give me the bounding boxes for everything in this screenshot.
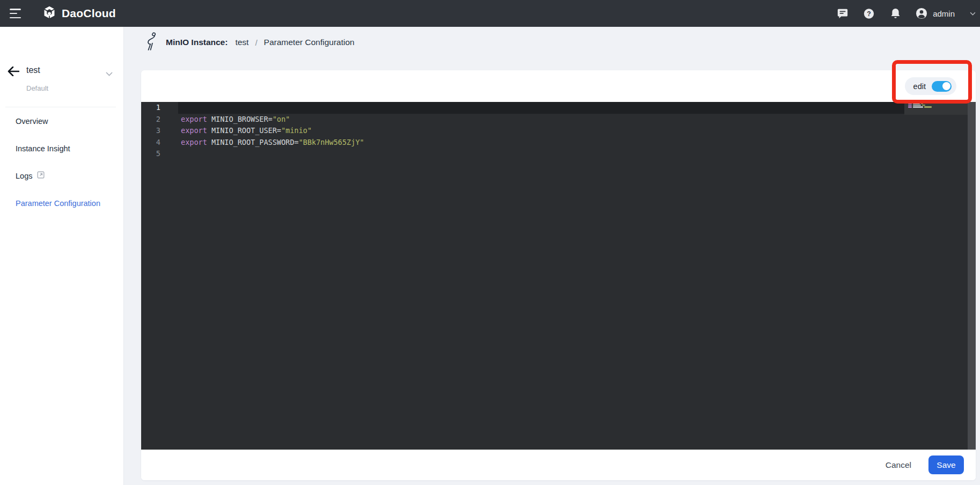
line-number: 1 <box>141 102 178 114</box>
instance-chevron-down-icon[interactable] <box>106 69 113 78</box>
sidebar: test Default Overview Instance Insight L… <box>0 27 124 485</box>
editor-minimap[interactable] <box>908 103 932 108</box>
save-button[interactable]: Save <box>928 455 964 474</box>
code-line[interactable]: export MINIO_BROWSER="on" <box>178 114 968 126</box>
sidebar-item-parameter-configuration[interactable]: Parameter Configuration <box>0 189 123 217</box>
minio-logo-icon <box>145 32 156 53</box>
sidebar-item-instance-insight[interactable]: Instance Insight <box>0 135 123 162</box>
svg-text:?: ? <box>867 10 871 17</box>
user-menu[interactable]: admin <box>916 8 955 19</box>
parameter-config-card: edit 12345 export MINIO_BROWSER="on"expo… <box>141 70 976 480</box>
code-line[interactable] <box>178 102 968 114</box>
breadcrumb-prefix: MinIO Instance: <box>166 38 228 47</box>
line-number: 3 <box>141 125 178 137</box>
menu-icon[interactable] <box>10 9 23 18</box>
chevron-down-icon[interactable] <box>969 8 976 19</box>
sidebar-item-label: Instance Insight <box>16 144 70 153</box>
brand: DaoCloud <box>42 5 116 22</box>
daocloud-logo-icon <box>42 5 57 22</box>
line-number: 2 <box>141 114 178 126</box>
help-icon[interactable]: ? <box>863 8 875 19</box>
notifications-icon[interactable] <box>889 8 901 19</box>
code-line[interactable]: export MINIO_ROOT_USER="minio" <box>178 125 968 137</box>
message-icon[interactable] <box>837 8 849 19</box>
external-link-icon <box>37 171 45 180</box>
line-number: 4 <box>141 137 178 149</box>
breadcrumb: MinIO Instance: test / Parameter Configu… <box>145 30 354 55</box>
card-footer: Cancel Save <box>141 450 976 480</box>
avatar-icon <box>916 8 927 19</box>
sidebar-item-label: Parameter Configuration <box>16 199 100 208</box>
line-number: 5 <box>141 148 178 160</box>
breadcrumb-separator: / <box>255 38 257 47</box>
editor-scrollbar[interactable] <box>968 102 976 450</box>
edit-toggle-label: edit <box>913 82 926 91</box>
header-actions: ? admin <box>837 0 976 27</box>
code-line[interactable] <box>178 148 968 160</box>
sidebar-item-logs[interactable]: Logs <box>0 162 123 189</box>
brand-name: DaoCloud <box>62 7 116 20</box>
sidebar-item-label: Overview <box>16 117 48 126</box>
breadcrumb-item-instance[interactable]: test <box>235 38 248 47</box>
edit-toggle-group: edit <box>905 77 956 95</box>
edit-toggle-switch[interactable] <box>932 81 952 92</box>
breadcrumb-item-page[interactable]: Parameter Configuration <box>264 38 355 47</box>
cancel-button[interactable]: Cancel <box>886 460 911 470</box>
editor-code: export MINIO_BROWSER="on"export MINIO_RO… <box>178 102 968 160</box>
back-button[interactable] <box>8 67 19 76</box>
code-line[interactable]: export MINIO_ROOT_PASSWORD="BBk7nHw565Zj… <box>178 137 968 149</box>
toggle-knob <box>942 82 950 90</box>
top-header: DaoCloud ? admin <box>0 0 980 27</box>
code-editor[interactable]: 12345 export MINIO_BROWSER="on"export MI… <box>141 102 976 450</box>
sidebar-item-overview[interactable]: Overview <box>0 107 123 135</box>
instance-scope: Default <box>26 84 48 92</box>
sidebar-nav: Overview Instance Insight Logs Parameter… <box>0 107 123 217</box>
sidebar-item-label: Logs <box>16 172 32 180</box>
editor-gutter: 12345 <box>141 102 178 160</box>
user-name: admin <box>933 9 955 18</box>
instance-name[interactable]: test <box>26 65 40 75</box>
